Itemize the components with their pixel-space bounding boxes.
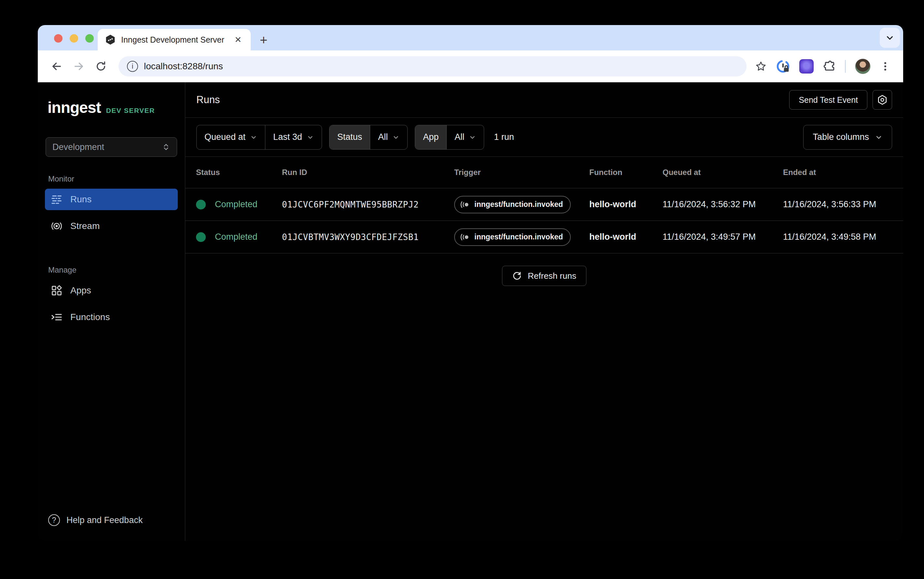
site-info-icon[interactable]: i — [127, 61, 138, 72]
chevron-down-icon — [875, 133, 883, 141]
function-name: hello-world — [589, 232, 663, 242]
status-filter-dropdown[interactable]: All — [370, 125, 407, 149]
status-cell: Completed — [196, 232, 282, 242]
time-field-label: Queued at — [205, 132, 246, 142]
time-range-dropdown[interactable]: Last 3d — [265, 125, 322, 149]
column-header-run-id: Run ID — [282, 168, 454, 177]
browser-toolbar: i localhost:8288/runs — [38, 51, 903, 82]
event-trigger-icon — [460, 200, 470, 209]
sidebar-item-apps[interactable]: Apps — [45, 280, 178, 301]
queued-at: 11/16/2024, 3:49:57 PM — [663, 232, 783, 242]
help-label: Help and Feedback — [66, 515, 143, 525]
sidebar: inngest DEV SERVER Development Monitor R… — [38, 82, 185, 541]
sidebar-item-functions[interactable]: Functions — [45, 306, 178, 328]
refresh-icon — [512, 271, 522, 281]
traffic-lights — [54, 34, 94, 43]
browser-menu-icon[interactable] — [880, 61, 891, 72]
app-content: inngest DEV SERVER Development Monitor R… — [38, 82, 903, 541]
queued-at: 11/16/2024, 3:56:32 PM — [663, 200, 783, 209]
status-filter-key: Status — [330, 125, 370, 149]
settings-gear-icon[interactable] — [873, 90, 892, 110]
column-header-function: Function — [589, 168, 663, 177]
browser-tab[interactable]: Inngest Development Server ✕ — [98, 29, 251, 51]
refresh-label: Refresh runs — [528, 271, 576, 281]
table-columns-button[interactable]: Table columns — [803, 125, 892, 150]
sidebar-item-runs[interactable]: Runs — [45, 189, 178, 210]
new-tab-icon[interactable]: + — [260, 33, 267, 46]
main-header: Runs Send Test Event — [185, 82, 903, 118]
time-field-dropdown[interactable]: Queued at — [197, 125, 265, 149]
trigger-cell: inngest/function.invoked — [454, 228, 589, 246]
ended-at: 11/16/2024, 3:56:33 PM — [783, 200, 903, 209]
run-count: 1 run — [494, 132, 514, 142]
app-filter-dropdown[interactable]: All — [446, 125, 484, 149]
minimize-window-button[interactable] — [70, 34, 78, 43]
column-header-status: Status — [196, 168, 282, 177]
chevron-down-icon — [250, 134, 257, 141]
run-id: 01JCVC6PF2MQNMTWE95BBRZPJ2 — [282, 200, 454, 209]
tab-title: Inngest Development Server — [121, 35, 227, 44]
status-text: Completed — [215, 232, 258, 242]
sidebar-item-label: Functions — [71, 312, 110, 322]
url-text: localhost:8288/runs — [144, 61, 223, 72]
app-filter-group: App All — [415, 125, 484, 150]
apps-grid-icon — [51, 285, 62, 296]
app-filter-key: App — [415, 125, 446, 149]
runs-list-icon — [51, 193, 62, 205]
chevron-down-icon — [307, 134, 314, 141]
sidebar-item-label: Apps — [71, 285, 91, 296]
stream-icon — [51, 220, 62, 232]
tab-close-icon[interactable]: ✕ — [233, 35, 243, 45]
functions-icon — [51, 311, 62, 323]
table-columns-label: Table columns — [812, 132, 869, 142]
time-range-label: Last 3d — [273, 132, 302, 142]
chevron-down-icon — [469, 134, 476, 141]
logo-row: inngest DEV SERVER — [38, 98, 185, 116]
runs-table: Status Run ID Trigger Function Queued at… — [185, 157, 903, 254]
zoom-window-button[interactable] — [85, 34, 94, 43]
header-actions: Send Test Event — [789, 90, 892, 110]
status-filter-group: Status All — [329, 125, 408, 150]
status-text: Completed — [215, 200, 258, 209]
environment-select[interactable]: Development — [46, 137, 177, 157]
run-id: 01JCVBTMV3WXY9D3CFDEJFZSB1 — [282, 232, 454, 242]
column-header-queued-at: Queued at — [663, 168, 783, 177]
send-test-event-button[interactable]: Send Test Event — [789, 90, 867, 110]
event-trigger-icon — [460, 232, 470, 242]
status-completed-dot-icon — [196, 200, 206, 209]
url-bar[interactable]: i localhost:8288/runs — [118, 56, 747, 77]
table-row[interactable]: Completed 01JCVBTMV3WXY9D3CFDEJFZSB1 inn… — [185, 221, 903, 254]
dev-server-badge: DEV SERVER — [106, 107, 155, 114]
status-filter-label: Status — [337, 132, 363, 142]
purple-extension-icon[interactable] — [799, 59, 814, 74]
bookmark-star-icon[interactable] — [755, 61, 767, 72]
nav-list-manage: Apps Functions — [38, 280, 185, 333]
section-label-manage: Manage — [38, 265, 185, 275]
trigger-name: inngest/function.invoked — [474, 232, 563, 241]
extensions-puzzle-icon[interactable] — [823, 60, 836, 73]
refresh-area: Refresh runs — [185, 266, 903, 286]
toolbar-divider — [845, 60, 846, 73]
refresh-runs-button[interactable]: Refresh runs — [502, 266, 586, 286]
main-panel: Runs Send Test Event Queued at Last 3d — [185, 82, 903, 541]
table-header-row: Status Run ID Trigger Function Queued at… — [185, 157, 903, 188]
password-extension-icon[interactable] — [776, 59, 790, 74]
help-and-feedback[interactable]: ? Help and Feedback — [38, 514, 185, 541]
function-name: hello-world — [589, 200, 663, 209]
reload-icon[interactable] — [92, 57, 110, 75]
column-header-trigger: Trigger — [454, 168, 589, 177]
app-filter-label: App — [423, 132, 438, 142]
back-icon[interactable] — [48, 57, 66, 75]
trigger-name: inngest/function.invoked — [474, 200, 563, 209]
nav-list-monitor: Runs Stream — [38, 189, 185, 242]
table-row[interactable]: Completed 01JCVC6PF2MQNMTWE95BBRZPJ2 inn… — [185, 188, 903, 221]
close-window-button[interactable] — [54, 34, 62, 43]
tab-search-chevron-icon[interactable] — [880, 28, 900, 48]
sidebar-item-label: Stream — [71, 221, 100, 231]
chevron-down-icon — [392, 134, 399, 141]
column-header-ended-at: Ended at — [783, 168, 903, 177]
time-filter-group: Queued at Last 3d — [196, 125, 322, 150]
sidebar-item-stream[interactable]: Stream — [45, 215, 178, 237]
app-filter-value: All — [455, 132, 464, 142]
avatar[interactable] — [855, 59, 871, 74]
